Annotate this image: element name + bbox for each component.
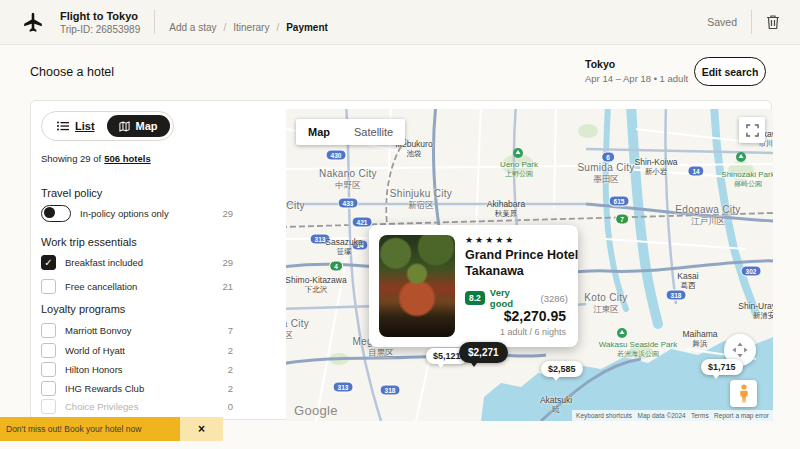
results-summary-prefix: Showing 29 of (41, 153, 101, 164)
road-shield-7: 7 (615, 214, 629, 225)
search-summary: Tokyo Apr 14 – Apr 18 • 1 adult (585, 58, 688, 84)
hotel-info-card[interactable]: ★★★★★ Grand Prince Hotel Takanawa 8.2 Ve… (369, 225, 578, 347)
filter-row-breakfast: ✓ Breakfast included 29 (41, 253, 233, 271)
map-attribution[interactable]: Keyboard shortcuts Map data ©2024 Terms … (572, 410, 773, 421)
map-view-label: Map (136, 120, 158, 132)
rating-label: Very good (490, 287, 536, 309)
breadcrumb-separator: / (224, 22, 227, 33)
pan-arrows-icon (731, 341, 749, 359)
breadcrumb-payment[interactable]: Payment (286, 22, 328, 33)
saved-status: Saved (707, 16, 737, 28)
filter-row-hilton: Hilton Honors 2 (41, 360, 233, 378)
fullscreen-button[interactable] (739, 117, 765, 143)
breadcrumb-itinerary[interactable]: Itinerary (233, 22, 269, 33)
airplane-icon (20, 9, 46, 35)
map-view-button[interactable]: Map (107, 115, 170, 137)
star-rating: ★★★★★ (465, 235, 568, 245)
hotel-price: $2,270.95 (500, 308, 566, 324)
price-marker-2585[interactable]: $2,585 (541, 361, 583, 377)
results-summary: Showing 29 of506 hotels (41, 153, 151, 164)
hotel-price-subtitle: 1 adult / 6 nights (500, 327, 566, 337)
dates-occupancy-label: Apr 14 – Apr 18 • 1 adult (585, 73, 688, 84)
trip-id: Trip-ID: 26853989 (60, 24, 140, 35)
edit-search-button[interactable]: Edit search (694, 57, 766, 86)
marriott-bonvoy-checkbox[interactable] (41, 323, 56, 338)
hilton-honors-count: 2 (228, 364, 233, 375)
work-trip-heading: Work trip essentials (41, 236, 137, 248)
hotel-image (379, 235, 455, 337)
breadcrumb-separator: / (276, 22, 279, 33)
delete-trip-button[interactable] (766, 14, 780, 30)
promo-banner: Don't miss out! Book your hotel now × (0, 417, 223, 441)
free-cancellation-count: 21 (222, 281, 233, 292)
list-view-label: List (75, 120, 95, 132)
in-policy-filter-row: In-policy options only 29 (41, 204, 233, 222)
list-view-button[interactable]: List (45, 115, 107, 137)
choice-privileges-label: Choice Privileges (65, 401, 138, 412)
breadcrumb: Add a stay / Itinerary / Payment (169, 22, 328, 35)
ihg-rewards-count: 2 (228, 383, 233, 394)
banner-close-button[interactable]: × (198, 423, 205, 435)
filter-row-choice: Choice Privileges 0 (41, 397, 233, 415)
fullscreen-icon (746, 124, 759, 137)
breakfast-included-count: 29 (222, 257, 233, 268)
content-card: List Map Showing 29 of506 hotels Travel … (30, 100, 772, 420)
choice-privileges-count: 0 (228, 401, 233, 412)
list-icon (57, 121, 69, 131)
breadcrumb-add-a-stay[interactable]: Add a stay (169, 22, 216, 33)
filters-sidebar: List Map Showing 29 of506 hotels Travel … (31, 101, 286, 421)
choice-privileges-checkbox (41, 399, 56, 414)
world-of-hyatt-count: 2 (228, 345, 233, 356)
pegman-button[interactable] (730, 380, 757, 407)
free-cancellation-label: Free cancellation (65, 281, 137, 292)
trip-title: Flight to Tokyo (60, 10, 140, 22)
road-shield-430: 430 (326, 150, 347, 161)
destination-label: Tokyo (585, 58, 688, 70)
in-policy-toggle[interactable] (41, 205, 71, 222)
rating-score-badge: 8.2 (465, 291, 485, 305)
road-shield-14: 14 (351, 240, 368, 251)
map[interactable]: Ikebukuro池袋Nakano City中野区Shinjuku City新宿… (286, 109, 773, 421)
free-cancellation-checkbox[interactable] (41, 279, 56, 294)
map-type-map-button[interactable]: Map (296, 119, 342, 145)
marriott-bonvoy-count: 7 (228, 325, 233, 336)
hotel-name: Grand Prince Hotel Takanawa (465, 248, 580, 279)
road-shield-433: 433 (338, 198, 359, 209)
in-policy-count: 29 (222, 208, 233, 219)
breakfast-included-label: Breakfast included (65, 257, 143, 268)
ihg-rewards-checkbox[interactable] (41, 381, 56, 396)
road-shield-4: 4 (329, 261, 343, 272)
road-shield-318: 318 (666, 290, 687, 301)
hilton-honors-label: Hilton Honors (65, 364, 123, 375)
road-shield-318: 318 (380, 385, 401, 396)
results-count-link[interactable]: 506 hotels (104, 153, 150, 164)
road-shield-313: 313 (310, 234, 331, 245)
filter-row-ihg: IHG Rewards Club 2 (41, 379, 233, 397)
google-logo: Google (294, 403, 338, 418)
world-of-hyatt-checkbox[interactable] (41, 343, 56, 358)
view-toggle: List Map (41, 111, 174, 141)
in-policy-label: In-policy options only (80, 208, 169, 219)
breakfast-included-checkbox[interactable]: ✓ (41, 255, 56, 270)
road-shield-14: 14 (687, 166, 704, 177)
map-type-control: Map Satellite (296, 119, 405, 145)
price-marker-1715[interactable]: $1,715 (701, 359, 743, 375)
loyalty-heading: Loyalty programs (41, 303, 125, 315)
road-shield-313: 313 (333, 382, 354, 393)
toggle-knob (44, 207, 55, 218)
filter-row-hyatt: World of Hyatt 2 (41, 341, 233, 359)
page-title: Choose a hotel (30, 65, 114, 79)
topbar-divider (154, 10, 155, 34)
top-bar: Flight to Tokyo Trip-ID: 26853989 Add a … (0, 0, 800, 45)
trash-icon (766, 14, 780, 30)
pegman-icon (738, 384, 750, 403)
world-of-hyatt-label: World of Hyatt (65, 345, 125, 356)
marriott-bonvoy-label: Marriott Bonvoy (65, 325, 132, 336)
topbar-divider (751, 10, 752, 34)
map-icon (119, 121, 130, 132)
price-marker-selected[interactable]: $2,271 (459, 342, 508, 363)
filter-row-free-cancellation: Free cancellation 21 (41, 277, 233, 295)
road-shield-615: 615 (609, 196, 630, 207)
map-type-satellite-button[interactable]: Satellite (342, 119, 405, 145)
hilton-honors-checkbox[interactable] (41, 362, 56, 377)
